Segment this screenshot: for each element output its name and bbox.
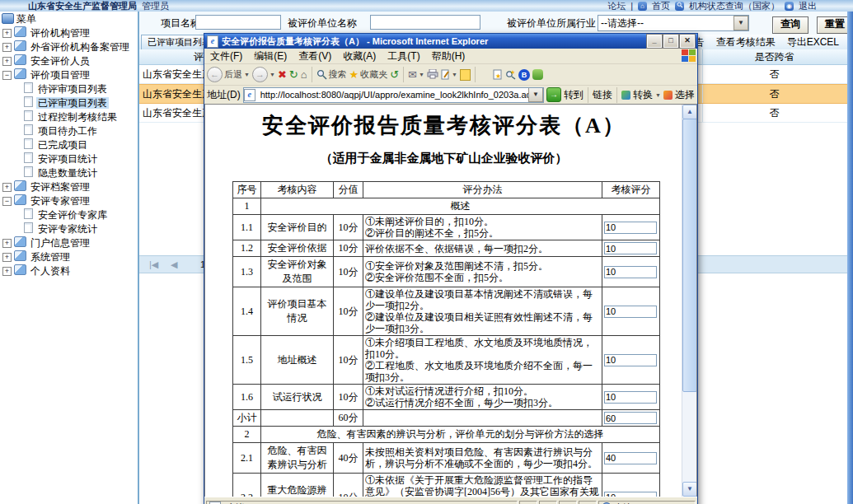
sidebar-item[interactable]: 安全评价专家库 <box>0 208 138 222</box>
score-input[interactable] <box>604 391 657 404</box>
page-star-icon[interactable]: ★ <box>493 69 503 80</box>
search-button[interactable]: 搜索 <box>316 68 347 81</box>
menu-favorites[interactable]: 收藏(A) <box>337 49 382 63</box>
first-page-icon[interactable]: |◀ <box>149 256 158 273</box>
forum-link[interactable]: 论坛 <box>607 0 626 12</box>
sidebar-item[interactable]: 安评专家统计 <box>0 222 138 236</box>
convert-label[interactable]: 转换 <box>633 88 653 102</box>
tree-toggle-icon[interactable]: + <box>2 267 12 276</box>
score-input[interactable] <box>604 266 657 278</box>
sidebar-item[interactable]: +系统管理 <box>0 250 138 264</box>
tree-toggle-icon[interactable]: + <box>2 183 12 192</box>
menu-help[interactable]: 帮助(H) <box>426 49 471 63</box>
unit-name-input[interactable] <box>370 15 480 30</box>
tree-toggle-icon[interactable]: − <box>2 197 12 206</box>
score-input[interactable] <box>604 222 657 234</box>
sidebar-item[interactable]: −评价项目管理 <box>0 68 138 82</box>
score-row: 2危险、有害因素的辨识与分析，评价单元的划分与评价方法的选择 <box>233 427 660 443</box>
prev-page-icon[interactable]: ◀ <box>171 256 177 273</box>
address-dropdown-icon[interactable]: ▼ <box>528 87 543 102</box>
tree-toggle-icon[interactable]: + <box>2 29 12 38</box>
sidebar-item[interactable]: +评价机构管理 <box>0 26 138 40</box>
scrollbar-thumb[interactable] <box>682 119 697 392</box>
close-button[interactable]: ✕ <box>680 35 695 48</box>
chevron-down-icon[interactable]: ▼ <box>733 16 748 30</box>
search-button[interactable]: 查询 <box>772 16 808 34</box>
mail-button[interactable]: ✉ ▼ <box>408 68 424 81</box>
score-input[interactable] <box>604 492 657 497</box>
tree-toggle-icon[interactable]: + <box>2 57 12 66</box>
sidebar-item[interactable]: +个人资料 <box>0 264 138 278</box>
bluetooth-icon[interactable]: B <box>518 69 530 81</box>
favorites-button[interactable]: ★ 收藏夹 <box>349 68 388 81</box>
vertical-scrollbar[interactable]: ▲ ▼ <box>682 105 696 497</box>
score-input[interactable] <box>604 242 657 254</box>
sidebar-item[interactable]: 已评审项目列表 <box>0 96 138 110</box>
minimize-button[interactable]: _ <box>647 35 662 48</box>
export-excel-button[interactable]: 导出EXCEL <box>787 35 839 49</box>
score-input[interactable] <box>604 412 657 424</box>
sidebar-item[interactable]: +外省评价机构备案管理 <box>0 40 138 54</box>
logout-link[interactable]: 退出 <box>799 0 817 12</box>
home-icon[interactable]: ⌂ <box>301 68 307 81</box>
filter-bar: 项目名称 被评价单位名称 被评价单位所属行业 --请选择-- ▼ 查询 重置 <box>139 12 847 35</box>
select-label[interactable]: 选择 <box>675 88 695 102</box>
tree-toggle-icon[interactable]: + <box>2 253 12 262</box>
sidebar-item[interactable]: 已完成项目 <box>0 138 138 152</box>
sidebar-item[interactable]: +安全评价人员 <box>0 54 138 68</box>
maximize-button[interactable]: □ <box>663 35 678 48</box>
window-titlebar[interactable]: e 安全评价报告质量考核评分表（A） - Microsoft Internet … <box>204 34 697 49</box>
convert-dropdown-icon[interactable]: ▼ <box>655 92 661 98</box>
forward-dropdown-icon[interactable]: ▼ <box>269 72 275 77</box>
sidebar-item[interactable]: −安评专家管理 <box>0 194 138 208</box>
history-icon[interactable]: ↺ <box>390 68 399 81</box>
cross-province-cell: 否 <box>702 65 846 83</box>
back-dropdown-icon[interactable]: ▼ <box>244 72 250 77</box>
intranet-zone-label: 本地 Intranet <box>614 502 665 504</box>
go-label[interactable]: 转到 <box>564 88 584 102</box>
sidebar-item[interactable]: +安评档案管理 <box>0 180 138 194</box>
tree-toggle-icon[interactable]: + <box>2 43 12 52</box>
edit-dropdown-icon[interactable]: ▼ <box>452 72 457 77</box>
project-name-input[interactable] <box>195 15 281 30</box>
print-icon[interactable] <box>427 69 438 81</box>
tree-toggle-icon[interactable]: + <box>2 239 12 248</box>
sidebar-item[interactable]: 待评审项目列表 <box>0 82 138 96</box>
zoom-star-icon[interactable]: ★ <box>505 69 516 80</box>
menu-file[interactable]: 文件(F) <box>204 49 248 63</box>
page-icon <box>24 96 33 107</box>
menu-view[interactable]: 查看(V) <box>293 49 337 63</box>
sidebar-item[interactable]: +门户信息管理 <box>0 236 138 250</box>
mail-dropdown-icon[interactable]: ▼ <box>419 72 424 77</box>
links-label[interactable]: 链接 <box>593 88 612 102</box>
scroll-up-icon[interactable]: ▲ <box>682 105 697 119</box>
sidebar-item[interactable]: 项目待办工作 <box>0 124 138 138</box>
select-icon[interactable] <box>663 91 673 100</box>
table-cell <box>602 215 660 240</box>
back-button[interactable]: ← 后退 ▼ <box>207 67 250 82</box>
home-link[interactable]: 首页 <box>652 0 670 12</box>
go-icon[interactable]: → <box>546 87 561 102</box>
refresh-icon[interactable]: ↻ <box>289 68 298 81</box>
edit-button[interactable]: ▼ <box>441 69 457 80</box>
notes-icon[interactable] <box>460 69 471 81</box>
stop-icon[interactable]: ✖ <box>278 68 287 81</box>
score-input[interactable] <box>604 306 657 318</box>
menu-edit[interactable]: 编辑(E) <box>248 49 293 63</box>
address-input[interactable]: e http://localhost:8080/aqpj/UI/appro/ex… <box>243 87 544 103</box>
messenger-icon[interactable] <box>532 69 543 80</box>
view-result-button[interactable]: 查看考核结果 <box>716 35 776 49</box>
convert-icon[interactable] <box>621 91 630 100</box>
search-icon <box>316 69 327 80</box>
industry-select[interactable]: --请选择-- ▼ <box>598 15 749 31</box>
score-input[interactable] <box>604 354 657 366</box>
sidebar-item[interactable]: 安评项目统计 <box>0 152 138 166</box>
forward-button[interactable]: → ▼ <box>252 67 275 82</box>
sidebar-item[interactable]: 隐患数量统计 <box>0 166 138 180</box>
org-status-query-link[interactable]: 机构状态查询（国家） <box>689 0 780 12</box>
tree-toggle-icon[interactable]: − <box>2 71 12 80</box>
scroll-down-icon[interactable]: ▼ <box>682 482 697 497</box>
sidebar-item[interactable]: 过程控制考核结果 <box>0 110 138 124</box>
menu-tools[interactable]: 工具(T) <box>382 49 425 63</box>
score-input[interactable] <box>604 452 657 464</box>
